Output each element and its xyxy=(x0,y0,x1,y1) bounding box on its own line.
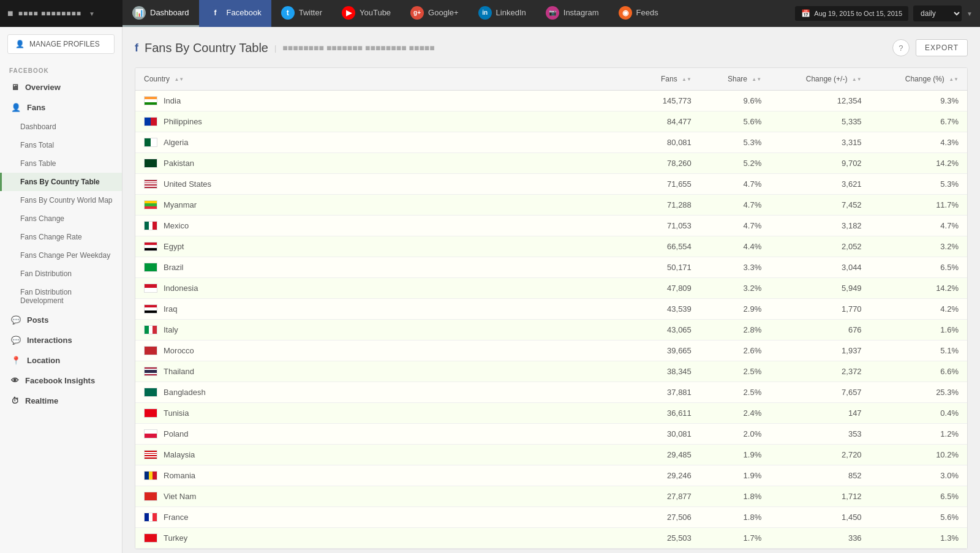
export-button[interactable]: EXPORT xyxy=(916,39,968,56)
cell-country-1: Philippines xyxy=(135,111,635,132)
country-name-11: Italy xyxy=(164,325,178,334)
col-change-pct-label: Change (%) xyxy=(905,75,944,83)
col-header-country[interactable]: Country ▲▼ xyxy=(135,68,635,91)
flag-icon-3 xyxy=(144,159,157,168)
sidebar-sub-item-fan-distribution[interactable]: Fan Distribution xyxy=(0,265,122,283)
nav-tab-linkedin[interactable]: in LinkedIn xyxy=(469,0,536,27)
nav-tab-feeds[interactable]: ◉ Feeds xyxy=(609,0,668,27)
instagram-icon: 📷 xyxy=(546,6,559,20)
sidebar-sub-item-fans-change-rate[interactable]: Fans Change Rate xyxy=(0,228,122,246)
nav-tab-youtube[interactable]: ▶ YouTube xyxy=(332,0,401,27)
cell-share-0: 9.6% xyxy=(700,91,770,111)
table-row: France 27,506 1.8% 1,450 5.6% xyxy=(135,507,967,528)
cell-country-16: Poland xyxy=(135,424,635,445)
linkedin-icon: in xyxy=(478,6,492,20)
date-range-picker[interactable]: 📅 Aug 19, 2015 to Oct 15, 2015 xyxy=(795,6,908,21)
cell-country-9: Indonesia xyxy=(135,278,635,299)
cell-country-15: Tunisia xyxy=(135,403,635,424)
cell-fans-6: 71,053 xyxy=(635,216,700,236)
cell-share-21: 1.7% xyxy=(700,528,770,549)
country-name-18: Romania xyxy=(164,471,195,480)
country-name-21: Turkey xyxy=(164,533,187,543)
flag-icon-13 xyxy=(144,367,157,376)
cell-fans-4: 71,655 xyxy=(635,174,700,195)
nav-tab-instagram[interactable]: 📷 Instagram xyxy=(536,0,609,27)
table-row: Romania 29,246 1.9% 852 3.0% xyxy=(135,465,967,486)
sidebar-item-facebook-insights[interactable]: 👁 Facebook Insights xyxy=(0,371,122,391)
cell-fans-17: 29,485 xyxy=(635,445,700,465)
flag-icon-10 xyxy=(144,304,157,314)
table-row: Viet Nam 27,877 1.8% 1,712 6.5% xyxy=(135,486,967,507)
nav-tab-google[interactable]: g+ Google+ xyxy=(401,0,469,27)
sidebar-sub-item-fans-table[interactable]: Fans Table xyxy=(0,154,122,173)
cell-change-pct-15: 0.4% xyxy=(870,403,967,424)
cell-country-17: Malaysia xyxy=(135,445,635,465)
cell-share-15: 2.4% xyxy=(700,403,770,424)
sidebar-fans-change-rate-label: Fans Change Rate xyxy=(20,233,82,241)
sidebar-item-posts[interactable]: 💬 Posts xyxy=(0,310,122,330)
page-title: Fans By Country Table xyxy=(145,41,268,55)
sidebar-sub-item-fans-by-country-world-map[interactable]: Fans By Country World Map xyxy=(0,191,122,209)
table-row: Poland 30,081 2.0% 353 1.2% xyxy=(135,424,967,445)
table-row: Myanmar 71,288 4.7% 7,452 11.7% xyxy=(135,195,967,216)
manage-profiles-button[interactable]: 👤 MANAGE PROFILES xyxy=(7,34,115,54)
cell-fans-21: 25,503 xyxy=(635,528,700,549)
facebook-page-icon: f xyxy=(135,42,138,55)
brand-logo[interactable]: ■ ■■■■ ■■■■■■■■ ▼ xyxy=(0,0,123,27)
table-row: Pakistan 78,260 5.2% 9,702 14.2% xyxy=(135,153,967,174)
sidebar-item-fans[interactable]: 👤 Fans xyxy=(0,97,122,118)
col-header-change[interactable]: Change (+/-) ▲▼ xyxy=(770,68,870,91)
cell-fans-0: 145,773 xyxy=(635,91,700,111)
cell-change-pct-17: 10.2% xyxy=(870,445,967,465)
cell-share-13: 2.5% xyxy=(700,361,770,382)
sidebar-item-realtime[interactable]: ⏱ Realtime xyxy=(0,391,122,411)
table-row: Malaysia 29,485 1.9% 2,720 10.2% xyxy=(135,445,967,465)
nav-tab-twitter[interactable]: t Twitter xyxy=(271,0,332,27)
sidebar-item-interactions[interactable]: 💬 Interactions xyxy=(0,330,122,350)
sort-arrows-fans: ▲▼ xyxy=(682,77,692,82)
location-icon: 📍 xyxy=(11,356,21,365)
col-country-label: Country xyxy=(144,75,170,83)
sidebar-fans-by-country-world-map-label: Fans By Country World Map xyxy=(20,196,113,205)
cell-change-12: 1,937 xyxy=(770,340,870,361)
nav-tab-dashboard[interactable]: 📊 Dashboard xyxy=(123,0,199,27)
help-button[interactable]: ? xyxy=(892,39,910,56)
nav-tab-facebook-label: Facebook xyxy=(227,8,262,17)
cell-change-5: 7,452 xyxy=(770,195,870,216)
cell-share-7: 4.4% xyxy=(700,236,770,257)
sidebar-sub-item-fans-total[interactable]: Fans Total xyxy=(0,136,122,154)
sidebar-fans-by-country-table-label: Fans By Country Table xyxy=(20,178,100,186)
sort-arrows-change: ▲▼ xyxy=(852,77,862,82)
sidebar-sub-item-fans-change[interactable]: Fans Change xyxy=(0,209,122,228)
cell-change-4: 3,621 xyxy=(770,174,870,195)
col-fans-label: Fans xyxy=(661,75,677,83)
date-range-text: Aug 19, 2015 to Oct 15, 2015 xyxy=(814,10,902,17)
table-row: India 145,773 9.6% 12,354 9.3% xyxy=(135,91,967,111)
flag-icon-6 xyxy=(144,221,157,230)
fans-by-country-table: Country ▲▼ Fans ▲▼ Share ▲▼ Change (+/ xyxy=(135,68,967,549)
col-header-share[interactable]: Share ▲▼ xyxy=(700,68,770,91)
cell-share-5: 4.7% xyxy=(700,195,770,216)
cell-fans-10: 43,539 xyxy=(635,299,700,320)
sidebar-sub-item-fans-change-per-weekday[interactable]: Fans Change Per Weekday xyxy=(0,246,122,265)
sidebar-item-overview[interactable]: 🖥 Overview xyxy=(0,77,122,97)
cell-change-19: 1,712 xyxy=(770,486,870,507)
sidebar-sub-item-fans-by-country-table[interactable]: Fans By Country Table xyxy=(0,173,122,191)
flag-icon-9 xyxy=(144,284,157,293)
page-title-area: f Fans By Country Table | ■■■■■■■■ ■■■■■… xyxy=(135,41,435,55)
sidebar-item-location[interactable]: 📍 Location xyxy=(0,350,122,371)
period-select[interactable]: daily weekly monthly xyxy=(913,6,962,21)
country-name-19: Viet Nam xyxy=(164,492,196,501)
country-name-1: Philippines xyxy=(164,117,202,126)
cell-change-1: 5,335 xyxy=(770,111,870,132)
sidebar-sub-item-dashboard[interactable]: Dashboard xyxy=(0,118,122,136)
country-name-7: Egypt xyxy=(164,242,184,251)
cell-fans-9: 47,809 xyxy=(635,278,700,299)
sidebar-sub-item-fan-distribution-development[interactable]: Fan Distribution Development xyxy=(0,283,122,310)
cell-fans-12: 39,665 xyxy=(635,340,700,361)
col-header-fans[interactable]: Fans ▲▼ xyxy=(635,68,700,91)
col-header-change-pct[interactable]: Change (%) ▲▼ xyxy=(870,68,967,91)
flag-icon-12 xyxy=(144,346,157,355)
nav-tab-facebook[interactable]: f Facebook xyxy=(199,0,271,27)
cell-country-6: Mexico xyxy=(135,216,635,236)
